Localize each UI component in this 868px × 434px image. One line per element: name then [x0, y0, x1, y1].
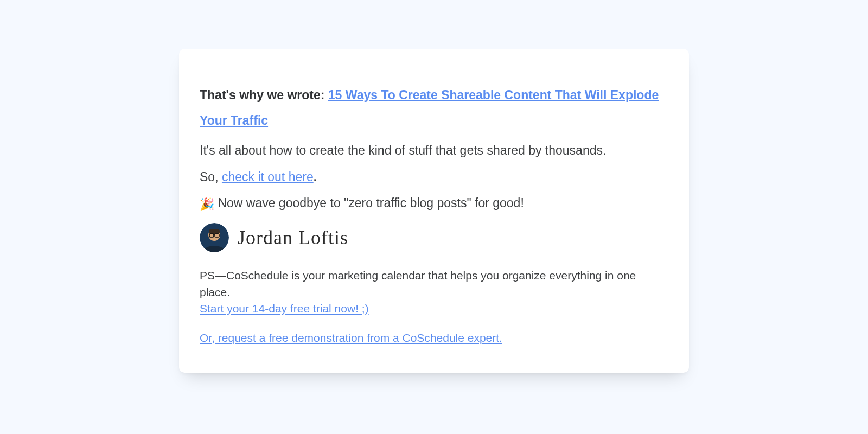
- trial-link[interactable]: Start your 14-day free trial now! ;): [200, 302, 369, 315]
- headline-row: That's why we wrote: 15 Ways To Create S…: [200, 82, 668, 133]
- wave-goodbye-text: Now wave goodbye to "zero traffic blog p…: [214, 196, 524, 210]
- email-card: That's why we wrote: 15 Ways To Create S…: [179, 49, 689, 373]
- signature-name: Jordan Loftis: [238, 226, 348, 249]
- avatar: [200, 223, 229, 252]
- page-stage: That's why we wrote: 15 Ways To Create S…: [0, 0, 868, 434]
- trailing-period: .: [314, 170, 317, 184]
- party-popper-icon: 🎉: [200, 197, 214, 211]
- signature-row: Jordan Loftis: [200, 223, 668, 252]
- avatar-icon: [200, 223, 229, 252]
- ps-text: PS—CoSchedule is your marketing calendar…: [200, 269, 636, 298]
- demo-link[interactable]: Or, request a free demonstration from a …: [200, 331, 502, 344]
- check-it-out-link[interactable]: check it out here: [222, 170, 314, 184]
- check-it-out-row: So, check it out here.: [200, 168, 668, 187]
- intro-paragraph: It's all about how to create the kind of…: [200, 141, 668, 160]
- ps-paragraph: PS—CoSchedule is your marketing calendar…: [200, 267, 668, 317]
- demo-row: Or, request a free demonstration from a …: [200, 331, 668, 344]
- headline-prefix: That's why we wrote:: [200, 88, 328, 102]
- so-prefix: So,: [200, 170, 222, 184]
- svg-rect-3: [209, 229, 220, 234]
- wave-goodbye-row: 🎉 Now wave goodbye to "zero traffic blog…: [200, 194, 668, 213]
